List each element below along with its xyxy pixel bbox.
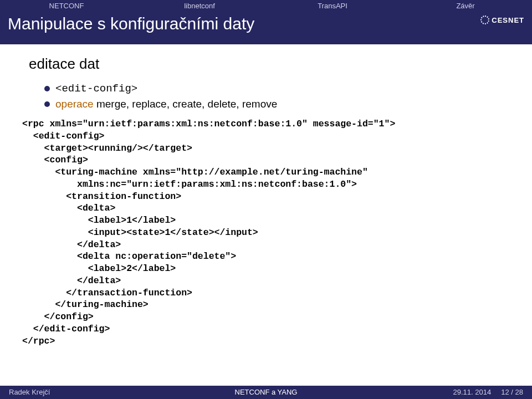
footer: Radek Krejčí NETCONF a YANG 29.11. 2014 … — [0, 386, 532, 399]
logo: CESNET — [480, 16, 524, 24]
bullet-2-text: operace merge, replace, create, delete, … — [55, 98, 277, 110]
bullets: <edit-config> operace merge, replace, cr… — [29, 83, 503, 110]
bullet-2-ops: merge, replace, create, delete, remove — [94, 98, 278, 110]
bullet-1-text: <edit-config> — [55, 83, 137, 95]
bullet-icon — [44, 86, 50, 91]
footer-center: NETCONF a YANG — [171, 386, 362, 399]
logo-text: CESNET — [492, 16, 524, 24]
bullet-1: <edit-config> — [44, 83, 503, 95]
header: Manipulace s konfiguračními daty CESNET — [0, 12, 532, 44]
bullet-icon — [44, 101, 50, 107]
nav-item-netconf[interactable]: NETCONF — [0, 0, 133, 12]
section-heading: editace dat — [29, 55, 503, 73]
code-block: <rpc xmlns="urn:ietf:params:xml:ns:netco… — [22, 118, 503, 347]
footer-page: 12 / 28 — [501, 388, 523, 396]
footer-right: 29.11. 2014 12 / 28 — [361, 386, 532, 399]
gear-icon — [480, 16, 489, 24]
page-title: Manipulace s konfiguračními daty — [8, 14, 254, 33]
footer-author: Radek Krejčí — [0, 386, 171, 399]
footer-date: 29.11. 2014 — [453, 388, 491, 396]
bullet-2: operace merge, replace, create, delete, … — [44, 98, 503, 110]
nav-item-transapi[interactable]: TransAPI — [266, 0, 399, 12]
nav-item-libnetconf[interactable]: libnetconf — [133, 0, 266, 12]
nav: NETCONF libnetconf TransAPI Závěr — [0, 0, 532, 12]
bullet-2-prefix: operace — [55, 98, 94, 110]
content: editace dat <edit-config> operace merge,… — [0, 44, 532, 347]
nav-item-zaver[interactable]: Závěr — [399, 0, 532, 12]
